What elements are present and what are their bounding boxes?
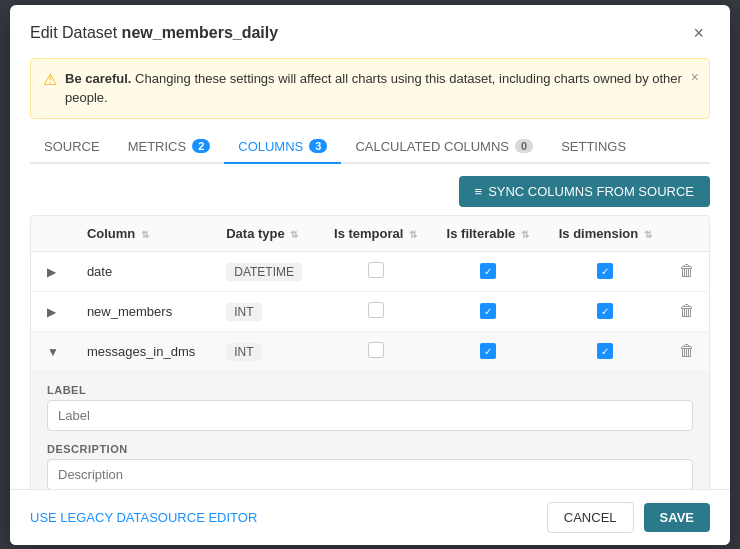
filterable-messages[interactable]: ✓ (432, 331, 544, 371)
delete-messages-button[interactable]: 🗑 (679, 342, 695, 360)
warning-icon: ⚠ (43, 70, 57, 89)
tab-metrics[interactable]: METRICS 2 (114, 131, 225, 164)
save-button[interactable]: SAVE (644, 503, 710, 532)
modal-title: Edit Dataset new_members_daily (30, 24, 278, 42)
alert-close-button[interactable]: × (691, 69, 699, 85)
table-row: ▼ messages_in_dms INT (31, 331, 709, 371)
alert-text: Be careful. Changing these settings will… (65, 69, 697, 108)
col-type-messages: INT (214, 331, 319, 371)
dimension-new-members[interactable]: ✓ (544, 291, 667, 331)
checkbox-dimension-date[interactable]: ✓ (597, 263, 613, 279)
checkbox-temporal-messages[interactable] (368, 342, 384, 358)
col-name-new-members: new_members (75, 291, 214, 331)
tab-settings[interactable]: SETTINGS (547, 131, 640, 164)
table-header-row: Column ⇅ Data type ⇅ Is temporal ⇅ (31, 216, 709, 252)
col-type-date: DATETIME (214, 251, 319, 291)
dimension-messages[interactable]: ✓ (544, 331, 667, 371)
th-actions (667, 216, 709, 252)
th-column: Column ⇅ (75, 216, 214, 252)
tab-source[interactable]: SOURCE (30, 131, 114, 164)
th-data-type: Data type ⇅ (214, 216, 319, 252)
checkbox-dimension-new-members[interactable]: ✓ (597, 303, 613, 319)
tab-columns[interactable]: COLUMNS 3 (224, 131, 341, 164)
sync-columns-button[interactable]: ≡ SYNC COLUMNS FROM SOURCE (459, 176, 710, 207)
metrics-badge: 2 (192, 139, 210, 153)
sort-icon-3: ⇅ (409, 229, 417, 240)
expand-row-new-members[interactable]: ▶ (43, 305, 60, 319)
label-field-label: LABEL (47, 384, 693, 396)
close-button[interactable]: × (687, 21, 710, 46)
th-is-dimension: Is dimension ⇅ (544, 216, 667, 252)
tab-calculated-columns[interactable]: CALCULATED COLUMNS 0 (341, 131, 547, 164)
th-is-temporal: Is temporal ⇅ (319, 216, 432, 252)
modal-header: Edit Dataset new_members_daily × (10, 5, 730, 46)
description-form-row: DESCRIPTION (47, 443, 693, 489)
toolbar: ≡ SYNC COLUMNS FROM SOURCE (30, 164, 710, 215)
temporal-new-members[interactable] (319, 291, 432, 331)
description-field-label: DESCRIPTION (47, 443, 693, 455)
checkbox-filterable-date[interactable]: ✓ (480, 263, 496, 279)
th-expand (31, 216, 75, 252)
table-row: ▶ date DATETIME (31, 251, 709, 291)
columns-table: Column ⇅ Data type ⇅ Is temporal ⇅ (30, 215, 710, 489)
calculated-badge: 0 (515, 139, 533, 153)
dimension-date[interactable]: ✓ (544, 251, 667, 291)
sort-icon-2: ⇅ (290, 229, 298, 240)
col-type-new-members: INT (214, 291, 319, 331)
description-input[interactable] (47, 459, 693, 489)
edit-dataset-modal: Edit Dataset new_members_daily × ⚠ Be ca… (10, 5, 730, 545)
legacy-editor-button[interactable]: USE LEGACY DATASOURCE EDITOR (30, 510, 257, 525)
expand-row-messages[interactable]: ▼ (43, 345, 63, 359)
alert-banner: ⚠ Be careful. Changing these settings wi… (30, 58, 710, 119)
col-name-messages: messages_in_dms (75, 331, 214, 371)
sort-icon-5: ⇅ (644, 229, 652, 240)
sort-icon: ⇅ (141, 229, 149, 240)
modal-overlay: Edit Dataset new_members_daily × ⚠ Be ca… (0, 0, 740, 549)
filterable-new-members[interactable]: ✓ (432, 291, 544, 331)
filterable-date[interactable]: ✓ (432, 251, 544, 291)
col-name-date: date (75, 251, 214, 291)
expand-row-date[interactable]: ▶ (43, 265, 60, 279)
checkbox-temporal-date[interactable] (368, 262, 384, 278)
delete-new-members-button[interactable]: 🗑 (679, 302, 695, 320)
checkbox-filterable-new-members[interactable]: ✓ (480, 303, 496, 319)
temporal-messages[interactable] (319, 331, 432, 371)
content-area: ≡ SYNC COLUMNS FROM SOURCE Column ⇅ (10, 164, 730, 489)
modal-footer: USE LEGACY DATASOURCE EDITOR CANCEL SAVE (10, 489, 730, 545)
tab-bar: SOURCE METRICS 2 COLUMNS 3 CALCULATED CO… (30, 131, 710, 164)
checkbox-dimension-messages[interactable]: ✓ (597, 343, 613, 359)
label-input[interactable] (47, 400, 693, 431)
sync-icon: ≡ (475, 184, 483, 199)
checkbox-filterable-messages[interactable]: ✓ (480, 343, 496, 359)
delete-date-button[interactable]: 🗑 (679, 262, 695, 280)
table-row: ▶ new_members INT (31, 291, 709, 331)
checkbox-temporal-new-members[interactable] (368, 302, 384, 318)
expanded-panel-row: LABEL DESCRIPTION (31, 371, 709, 489)
columns-badge: 3 (309, 139, 327, 153)
th-is-filterable: Is filterable ⇅ (432, 216, 544, 252)
expanded-panel: LABEL DESCRIPTION (31, 372, 709, 489)
sort-icon-4: ⇅ (521, 229, 529, 240)
label-form-row: LABEL (47, 384, 693, 431)
temporal-date[interactable] (319, 251, 432, 291)
cancel-button[interactable]: CANCEL (547, 502, 634, 533)
